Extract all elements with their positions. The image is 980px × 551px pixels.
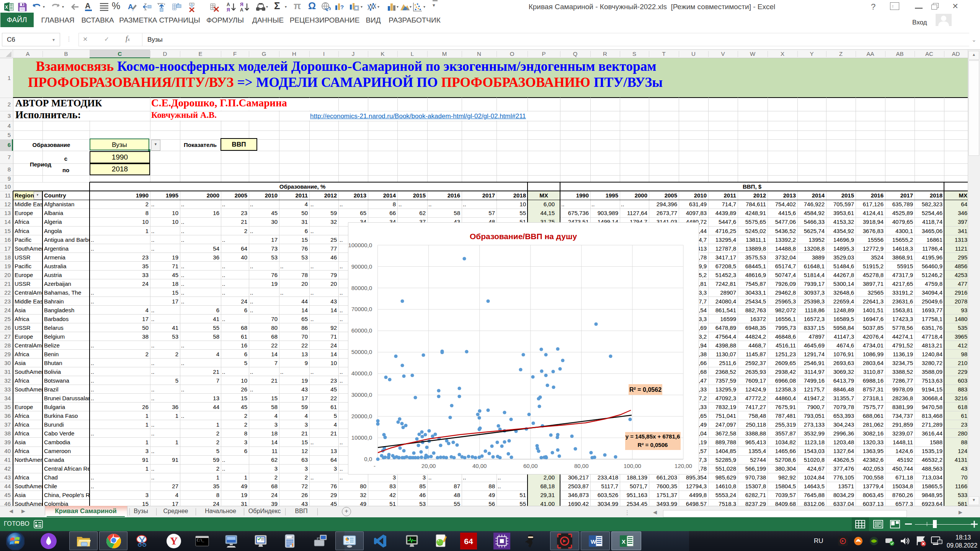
svg-text:Образование/ВВП на душу: Образование/ВВП на душу — [470, 232, 577, 241]
svg-text:64: 64 — [464, 537, 473, 546]
svg-text:100,00: 100,00 — [624, 463, 641, 469]
svg-text:?: ? — [340, 4, 344, 10]
svg-text:R² = 0,0506: R² = 0,0506 — [638, 442, 668, 448]
svg-text:Y: Y — [170, 535, 178, 547]
svg-text:A: A — [128, 3, 133, 11]
svg-text:80000,0: 80000,0 — [351, 285, 372, 291]
svg-text:20000,0: 20000,0 — [351, 413, 372, 419]
svg-text:y = 145,85x + 6781,6: y = 145,85x + 6781,6 — [626, 433, 680, 440]
svg-text:70000,0: 70000,0 — [351, 306, 372, 312]
svg-text:120,00: 120,00 — [675, 463, 692, 469]
svg-text:A: A — [85, 2, 90, 10]
svg-text:X: X — [5, 5, 8, 10]
svg-text:Я: Я — [227, 7, 230, 12]
svg-text:10000,0: 10000,0 — [351, 434, 372, 441]
svg-text:R² = 0,0562: R² = 0,0562 — [629, 386, 662, 393]
svg-text:0,0: 0,0 — [364, 456, 372, 462]
svg-text:W: W — [591, 538, 596, 545]
svg-text:50000,0: 50000,0 — [351, 349, 372, 355]
svg-text:60000,0: 60000,0 — [351, 327, 372, 334]
svg-text:А: А — [227, 2, 230, 7]
svg-text:-: - — [374, 463, 376, 469]
svg-text:Я: Я — [240, 2, 243, 7]
svg-text:40000,0: 40000,0 — [351, 370, 372, 377]
svg-text:90000,0: 90000,0 — [351, 263, 372, 270]
svg-text:60,00: 60,00 — [523, 463, 538, 469]
svg-text:А: А — [240, 7, 243, 12]
svg-text:20,00: 20,00 — [421, 463, 436, 469]
svg-text:80,00: 80,00 — [574, 463, 589, 469]
svg-text:100000,0: 100000,0 — [348, 242, 372, 248]
svg-text:30000,0: 30000,0 — [351, 391, 372, 398]
svg-text:C:\_: C:\_ — [197, 539, 204, 542]
svg-text:X: X — [622, 538, 626, 545]
svg-text:40,00: 40,00 — [472, 463, 487, 469]
